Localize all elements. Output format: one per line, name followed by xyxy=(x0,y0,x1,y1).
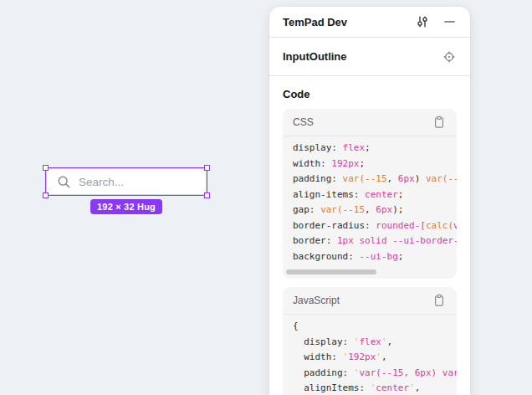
selected-object-row: InputOutline xyxy=(269,38,470,76)
sliders-icon xyxy=(416,15,429,28)
javascript-code-area[interactable]: { display: 'flex', width: '192px', paddi… xyxy=(283,315,457,395)
javascript-code-card: JavaScript { display: 'flex', width: '19… xyxy=(283,287,457,395)
javascript-card-header: JavaScript xyxy=(283,287,457,315)
selected-object-name: InputOutline xyxy=(283,50,439,63)
copy-javascript-button[interactable] xyxy=(431,292,448,309)
horizontal-scrollbar-thumb[interactable] xyxy=(286,269,376,274)
minus-icon xyxy=(444,21,455,23)
javascript-card-label: JavaScript xyxy=(293,295,340,306)
search-placeholder: Search... xyxy=(79,176,124,188)
code-section: Code CSS display: flex;width: 192px;padd… xyxy=(269,88,470,395)
size-badge: 192 × 32 Hug xyxy=(90,199,162,214)
css-code-card: CSS display: flex;width: 192px;padding: … xyxy=(283,109,457,279)
panel-header: TemPad Dev xyxy=(269,7,470,38)
search-icon xyxy=(57,175,71,189)
css-card-label: CSS xyxy=(293,116,314,128)
tempad-dev-panel: TemPad Dev InputOutline xyxy=(269,7,470,395)
clipboard-icon xyxy=(433,115,445,129)
settings-button[interactable] xyxy=(412,12,432,32)
locate-button[interactable] xyxy=(439,47,459,67)
copy-css-button[interactable] xyxy=(431,114,448,131)
selection-handle-top-right[interactable] xyxy=(204,165,210,171)
css-card-header: CSS xyxy=(283,109,457,136)
minimize-button[interactable] xyxy=(439,12,459,32)
css-code-area[interactable]: display: flex;width: 192px;padding: var(… xyxy=(283,136,457,279)
section-heading: Code xyxy=(283,88,457,100)
selection-handle-bottom-left[interactable] xyxy=(43,192,49,198)
selected-component[interactable]: Search... 192 × 32 Hug xyxy=(46,168,207,195)
search-input-component[interactable]: Search... xyxy=(46,168,207,195)
selection-handle-bottom-right[interactable] xyxy=(204,192,210,198)
selection-handle-top-left[interactable] xyxy=(43,165,49,171)
clipboard-icon xyxy=(433,294,445,307)
panel-title: TemPad Dev xyxy=(283,16,412,28)
crosshair-icon xyxy=(442,50,456,64)
